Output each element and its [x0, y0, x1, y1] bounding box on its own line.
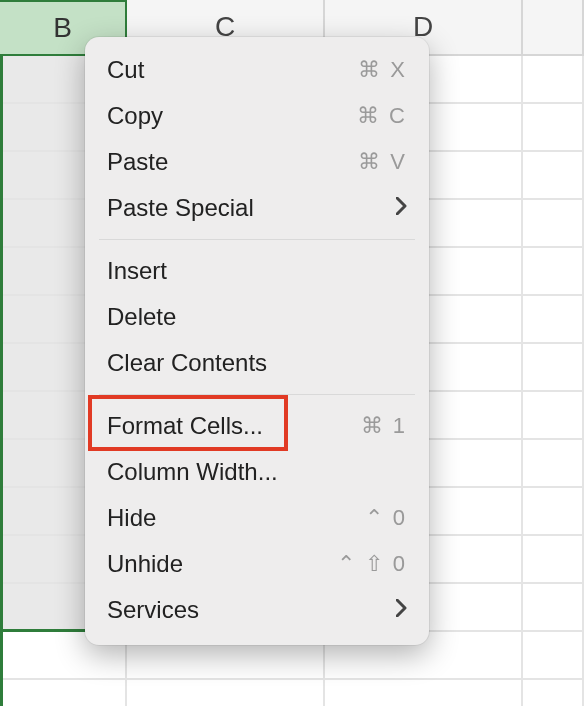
cell[interactable] [523, 152, 584, 200]
menu-item-label: Copy [107, 101, 357, 131]
cell[interactable] [127, 680, 325, 706]
menu-item-label: Paste [107, 147, 358, 177]
cell[interactable] [523, 104, 584, 152]
spreadsheet-grid: B C D [0, 0, 584, 706]
cell[interactable] [523, 344, 584, 392]
selection-border-left [0, 56, 3, 706]
context-menu: Cut ⌘ X Copy ⌘ C Paste ⌘ V Paste Special… [85, 37, 429, 645]
menu-item-hide[interactable]: Hide ⌃ 0 [85, 495, 429, 541]
menu-separator [99, 239, 415, 240]
menu-item-shortcut: ⌘ 1 [361, 412, 407, 440]
cell[interactable] [523, 296, 584, 344]
menu-item-label: Cut [107, 55, 358, 85]
menu-item-label: Paste Special [107, 193, 396, 223]
cell[interactable] [523, 200, 584, 248]
menu-item-label: Column Width... [107, 457, 407, 487]
cell[interactable] [523, 584, 584, 632]
grid-row[interactable] [0, 680, 584, 706]
menu-item-shortcut: ⌃ ⇧ 0 [337, 550, 407, 578]
cell[interactable] [523, 680, 584, 706]
menu-item-delete[interactable]: Delete [85, 294, 429, 340]
menu-item-shortcut: ⌃ 0 [365, 504, 407, 532]
menu-separator [99, 394, 415, 395]
cell[interactable] [523, 440, 584, 488]
menu-item-label: Unhide [107, 549, 337, 579]
menu-item-shortcut: ⌘ C [357, 102, 407, 130]
menu-item-services[interactable]: Services [85, 587, 429, 633]
menu-item-column-width[interactable]: Column Width... [85, 449, 429, 495]
menu-item-paste-special[interactable]: Paste Special [85, 185, 429, 231]
cell[interactable] [523, 248, 584, 296]
menu-item-label: Services [107, 595, 396, 625]
cell[interactable] [523, 536, 584, 584]
menu-item-paste[interactable]: Paste ⌘ V [85, 139, 429, 185]
menu-item-unhide[interactable]: Unhide ⌃ ⇧ 0 [85, 541, 429, 587]
menu-item-label: Insert [107, 256, 407, 286]
cell[interactable] [523, 392, 584, 440]
cell[interactable] [325, 680, 523, 706]
chevron-right-icon [396, 596, 407, 624]
menu-item-clear-contents[interactable]: Clear Contents [85, 340, 429, 386]
cell[interactable] [523, 632, 584, 680]
chevron-right-icon [396, 194, 407, 222]
menu-item-copy[interactable]: Copy ⌘ C [85, 93, 429, 139]
menu-item-shortcut: ⌘ V [358, 148, 407, 176]
menu-item-cut[interactable]: Cut ⌘ X [85, 47, 429, 93]
cell[interactable] [523, 56, 584, 104]
menu-item-format-cells[interactable]: Format Cells... ⌘ 1 [85, 403, 429, 449]
menu-item-shortcut: ⌘ X [358, 56, 407, 84]
menu-item-label: Hide [107, 503, 365, 533]
menu-item-label: Delete [107, 302, 407, 332]
cell[interactable] [0, 680, 127, 706]
cell[interactable] [523, 488, 584, 536]
menu-item-insert[interactable]: Insert [85, 248, 429, 294]
menu-item-label: Format Cells... [107, 411, 361, 441]
menu-item-label: Clear Contents [107, 348, 407, 378]
column-header-e[interactable] [523, 0, 584, 56]
